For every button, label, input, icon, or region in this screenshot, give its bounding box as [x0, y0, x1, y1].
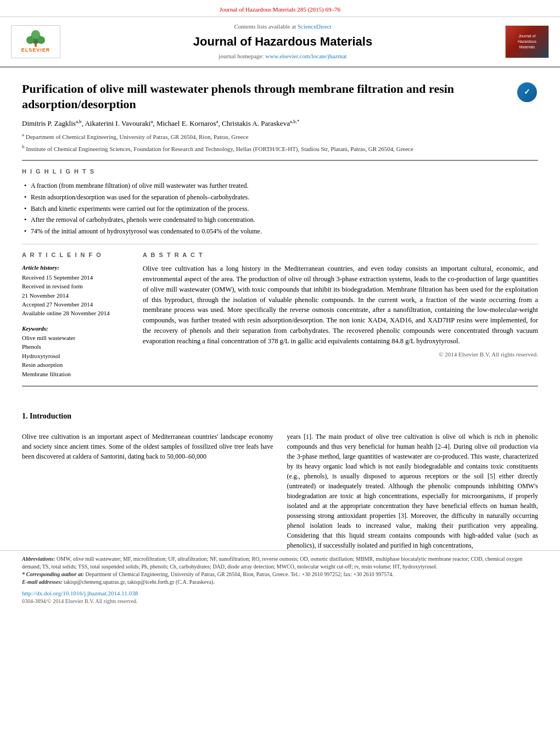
main-content: Purification of olive mill wastewater ph…: [0, 68, 560, 404]
divider-after-highlights: [22, 244, 538, 244]
abbreviations-text: OMW, olive mill wastewater; MF, microfil…: [22, 556, 523, 570]
divider-after-affiliations: [22, 160, 538, 161]
email-text: takisp@chemeng.upatras.gr, takisp@iceht.…: [64, 579, 215, 585]
divider-after-abstract: [22, 386, 538, 387]
intro-left-text: Olive tree cultivation is an important a…: [22, 432, 273, 461]
author-sup-a2: a: [216, 119, 219, 124]
abstract-text: Olive tree cultivation has a long histor…: [143, 264, 538, 346]
keyword-1: Olive mill wastewater: [22, 334, 132, 342]
article-info-label: A R T I C L E I N F O: [22, 251, 132, 259]
highlight-item-5: 74% of the initial amount of hydroxytyro…: [22, 226, 538, 237]
abstract-label: A B S T R A C T: [143, 251, 538, 259]
email-line: E-mail addresses: takisp@chemeng.upatras…: [22, 578, 538, 586]
author-sup-ab: a,b: [76, 119, 82, 124]
copyright-line: © 2014 Elsevier B.V. All rights reserved…: [143, 350, 538, 359]
affiliation-b: b Institute of Chemical Engineering Scie…: [22, 143, 538, 153]
issn-line: 0304-3894/© 2014 Elsevier B.V. All right…: [22, 598, 538, 605]
footnote-area: Abbreviations: OMW, olive mill wastewate…: [0, 550, 560, 610]
keywords-section: Keywords: Olive mill wastewater Phenols …: [22, 325, 132, 378]
highlight-item-3: Batch and kinetic experiments were carri…: [22, 203, 538, 215]
header-center: Contents lists available at ScienceDirec…: [60, 23, 505, 61]
corresponding-text: Department of Chemical Engineering, Univ…: [86, 571, 394, 577]
affil-label-a: a: [22, 132, 24, 137]
authors-line: Dimitris P. Zagklisa,b, Aikaterini I. Va…: [22, 118, 538, 129]
article-history-block: Article history: Received 15 September 2…: [22, 264, 132, 317]
affiliation-a: a Department of Chemical Engineering, Un…: [22, 131, 538, 141]
intro-col-right: years [1]. The main product of olive tre…: [287, 432, 539, 550]
email-label: E-mail addresses:: [22, 579, 63, 585]
journal-thumbnail: Journal ofHazardousMaterials: [505, 25, 549, 58]
highlight-item-1: A fraction (from membrane filtration) of…: [22, 180, 538, 192]
journal-thumb-label: Journal ofHazardousMaterials: [516, 32, 538, 51]
available-date: Available online 28 November 2014: [22, 309, 132, 317]
crossmark-icon: ✓: [516, 81, 538, 103]
journal-ref: Journal of Hazardous Materials 285 (2015…: [220, 6, 340, 13]
intro-heading-container: 1. Introduction: [0, 411, 560, 432]
highlights-label: H I G H L I G H T S: [22, 168, 538, 176]
svg-point-4: [31, 30, 40, 39]
intro-two-col: Olive tree cultivation is an important a…: [0, 432, 560, 550]
received-revised-date: 21 November 2014: [22, 292, 132, 300]
intro-heading: 1. Introduction: [22, 411, 538, 422]
homepage-url[interactable]: www.elsevier.com/locate/jhazmat: [265, 53, 346, 59]
doi-line: http://dx.doi.org/10.1016/j.jhazmat.2014…: [22, 589, 538, 598]
elsevier-wordmark: ELSEVIER: [21, 47, 51, 54]
article-title-section: Purification of olive mill wastewater ph…: [22, 81, 538, 113]
doi-link[interactable]: http://dx.doi.org/10.1016/j.jhazmat.2014…: [22, 590, 138, 596]
intro-right-text: years [1]. The main product of olive tre…: [287, 432, 539, 550]
elsevier-header: ELSEVIER Contents lists available at Sci…: [0, 17, 560, 68]
affiliation-b-text: Institute of Chemical Engineering Scienc…: [26, 145, 413, 152]
author-star: ,*: [296, 119, 300, 124]
keyword-2: Phenols: [22, 343, 132, 351]
article-info-abstract-cols: A R T I C L E I N F O Article history: R…: [22, 251, 538, 379]
received-date: Received 15 September 2014: [22, 274, 132, 282]
elsevier-logo-inner: ELSEVIER: [21, 30, 51, 54]
history-label: Article history:: [22, 264, 132, 272]
highlights-list: A fraction (from membrane filtration) of…: [22, 180, 538, 237]
author-sup-ab2: a,b: [290, 119, 296, 124]
elsevier-tree-icon: [22, 30, 49, 47]
abbrev-label: Abbreviations:: [22, 556, 55, 562]
affil-label-b: b: [22, 144, 25, 149]
intro-col-left: Olive tree cultivation is an important a…: [22, 432, 273, 550]
keyword-5: Membrane filtration: [22, 370, 132, 378]
abstract-col: A B S T R A C T Olive tree cultivation h…: [143, 251, 538, 379]
author-sup-a1: a: [150, 119, 153, 124]
received-revised-label: Received in revised form: [22, 282, 132, 291]
sciencedirect-text: Contents lists available at ScienceDirec…: [71, 23, 494, 31]
corresponding-line: * Corresponding author at: Department of…: [22, 571, 538, 578]
page-wrapper: Journal of Hazardous Materials 285 (2015…: [0, 0, 560, 742]
corresponding-label: * Corresponding author at:: [22, 571, 84, 577]
sciencedirect-brand[interactable]: ScienceDirect: [298, 23, 332, 30]
elsevier-logo-box: ELSEVIER: [11, 25, 60, 58]
journal-top-header: Journal of Hazardous Materials 285 (2015…: [0, 0, 560, 17]
journal-title-large: Journal of Hazardous Materials: [71, 34, 494, 51]
affiliation-a-text: Department of Chemical Engineering, Univ…: [26, 133, 249, 140]
keyword-4: Resin adsorption: [22, 361, 132, 369]
highlight-item-2: Resin adsorption/desorption was used for…: [22, 192, 538, 203]
keywords-label: Keywords:: [22, 325, 132, 333]
article-title: Purification of olive mill wastewater ph…: [22, 81, 508, 113]
crossmark-symbol: ✓: [517, 82, 537, 102]
abbreviations-line: Abbreviations: OMW, olive mill wastewate…: [22, 555, 538, 571]
journal-homepage: journal homepage: www.elsevier.com/locat…: [71, 52, 494, 60]
article-info-col: A R T I C L E I N F O Article history: R…: [22, 251, 132, 379]
accepted-date: Accepted 27 November 2014: [22, 300, 132, 309]
highlight-item-4: After the removal of carbohydrates, phen…: [22, 214, 538, 226]
keyword-3: Hydroxytyrosol: [22, 352, 132, 360]
